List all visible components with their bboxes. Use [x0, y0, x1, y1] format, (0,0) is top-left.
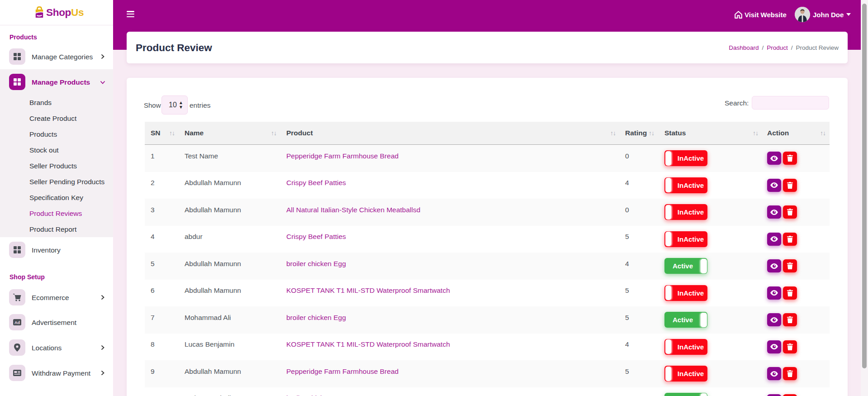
svg-text:Ad: Ad: [14, 320, 20, 325]
